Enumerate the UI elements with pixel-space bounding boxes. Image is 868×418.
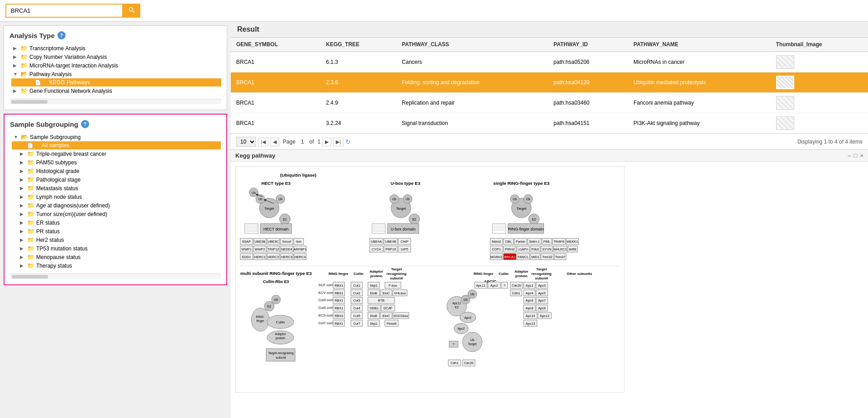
svg-text:Apc12: Apc12 bbox=[540, 314, 549, 318]
sample-subgrouping-help-icon[interactable]: ? bbox=[81, 120, 89, 128]
svg-text:NEDD4: NEDD4 bbox=[281, 247, 292, 251]
tree-item-cnv[interactable]: ▶ 📁 Copy Number Variation Analysis bbox=[11, 53, 221, 61]
svg-text:MEKK1: MEKK1 bbox=[567, 240, 578, 244]
svg-rect-67 bbox=[372, 224, 386, 234]
svg-text:protein: protein bbox=[370, 274, 382, 278]
col-pathway-id[interactable]: PATHWAY_ID bbox=[548, 38, 628, 52]
kegg-close-button[interactable]: × bbox=[860, 152, 863, 159]
last-page-button[interactable]: ▶| bbox=[333, 138, 343, 146]
kegg-body[interactable]: (Ubiquitin ligase) HECT type E3 U-box ty… bbox=[231, 162, 868, 418]
svg-text:Trim32: Trim32 bbox=[542, 255, 553, 259]
svg-text:Parkin: Parkin bbox=[516, 240, 525, 244]
expand-arrow: ▶ bbox=[20, 177, 25, 182]
left-panel: Analysis Type ? ▶ 📁 Transcriptome Analys… bbox=[0, 22, 231, 418]
expand-arrow: ▶ bbox=[20, 229, 25, 234]
folder-icon: 📁 bbox=[27, 202, 34, 209]
table-row[interactable]: BRCA1 3.2.24 Signal transduction path:hs… bbox=[231, 113, 868, 134]
folder-icon: 📁 bbox=[27, 262, 34, 269]
search-icon bbox=[129, 7, 135, 13]
kegg-maximize-button[interactable]: □ bbox=[854, 152, 858, 159]
tree-item-her2[interactable]: ▶ 📁 Her2 status bbox=[12, 235, 221, 244]
svg-text:Target: Target bbox=[391, 267, 402, 271]
search-button[interactable] bbox=[123, 4, 140, 18]
tree-item-transcriptome[interactable]: ▶ 📁 Transcriptome Analysis bbox=[11, 44, 221, 53]
svg-text:Cul5: Cul5 bbox=[353, 314, 360, 318]
tree-label: Gene Functional Network Analysis bbox=[29, 88, 112, 94]
kegg-minimize-button[interactable]: – bbox=[848, 152, 851, 159]
cell-gene: BRCA1 bbox=[231, 113, 320, 134]
svg-text:Apc11: Apc11 bbox=[452, 302, 461, 305]
svg-text:Smurf: Smurf bbox=[282, 240, 292, 244]
svg-text:Ub: Ub bbox=[252, 191, 256, 194]
tree-item-pathway[interactable]: ▼ 📂 Pathway Analysis bbox=[11, 70, 221, 78]
col-pathway-class[interactable]: PATHWAY_CLASS bbox=[396, 38, 548, 52]
cell-name: PI3K-Akt signaling pathway bbox=[628, 113, 771, 134]
svg-line-1 bbox=[133, 11, 135, 13]
table-row-selected[interactable]: BRCA1 2.3.6 Folding, sorting and degrada… bbox=[231, 72, 868, 93]
tree-item-tumor[interactable]: ▶ 📁 Tumor size(cm)(user defined) bbox=[12, 210, 221, 218]
kegg-controls: – □ × bbox=[848, 152, 863, 159]
refresh-button[interactable]: ↻ bbox=[345, 138, 351, 145]
per-page-select[interactable]: 10 25 50 bbox=[236, 137, 256, 147]
expand-arrow: ▶ bbox=[13, 63, 19, 68]
next-page-button[interactable]: ▶ bbox=[322, 138, 331, 146]
folder-icon: 📁 bbox=[27, 211, 34, 217]
svg-text:HERC2: HERC2 bbox=[267, 255, 279, 259]
expand-arrow: ▶ bbox=[13, 54, 19, 59]
first-page-button[interactable]: |◀ bbox=[258, 138, 268, 146]
col-thumbnail-image[interactable]: Thumbnail_Image bbox=[771, 38, 868, 52]
svg-text:Cdh1: Cdh1 bbox=[450, 361, 458, 365]
tree-item-tp53[interactable]: ▶ 📁 TP53 mutation status bbox=[12, 244, 221, 253]
tree-item-pathological[interactable]: ▶ 📁 Pathological stage bbox=[12, 175, 221, 184]
tree-item-pr[interactable]: ▶ 📁 PR status bbox=[12, 227, 221, 235]
svg-text:Target: Target bbox=[536, 267, 547, 271]
cell-id: path:hsa05206 bbox=[548, 52, 628, 72]
svg-text:Ub: Ub bbox=[258, 197, 262, 201]
tree-item-histological[interactable]: ▶ 📁 Histological grade bbox=[12, 167, 221, 175]
table-row[interactable]: BRCA1 6.1.3 Cancers path:hsa05206 MicroR… bbox=[231, 52, 868, 72]
tree-item-gfn[interactable]: ▶ 📁 Gene Functional Network Analysis bbox=[11, 86, 221, 95]
tree-label: Metastasis status bbox=[36, 185, 78, 192]
svg-text:Cdc20: Cdc20 bbox=[512, 283, 521, 288]
page-label: Page bbox=[283, 139, 296, 145]
tree-item-kegg[interactable]: 📄 ☑ KEGG Pathways bbox=[11, 78, 221, 86]
tree-item-er[interactable]: ▶ 📁 ER status bbox=[12, 218, 221, 227]
cell-id: path:hsa03460 bbox=[548, 93, 628, 113]
svg-text:HERC1: HERC1 bbox=[254, 255, 266, 259]
search-input[interactable] bbox=[5, 4, 123, 18]
svg-text:RING-: RING- bbox=[256, 315, 265, 318]
cell-thumbnail bbox=[771, 52, 868, 72]
svg-text:Apc3: Apc3 bbox=[538, 283, 546, 288]
tree-item-age[interactable]: ▶ 📁 Age at diagnosis(user defined) bbox=[12, 201, 221, 210]
tree-item-triple[interactable]: ▶ 📁 Triple-negative breast cancer bbox=[12, 149, 221, 158]
svg-text:single RING-finger type E3: single RING-finger type E3 bbox=[493, 181, 550, 186]
folder-icon: 📁 bbox=[27, 168, 34, 174]
svg-text:Ub: Ub bbox=[513, 197, 517, 201]
analysis-type-title: Analysis Type ? bbox=[10, 31, 221, 39]
svg-text:Ub: Ub bbox=[470, 338, 474, 341]
sample-subgrouping-box: Sample Subgrouping ? ▼ 📂 Sample Subgroup… bbox=[4, 114, 227, 285]
tree-item-all-samples[interactable]: 📄 ☑ All samples bbox=[12, 141, 221, 149]
tree-item-subgrouping-root[interactable]: ▼ 📂 Sample Subgrouping bbox=[12, 133, 221, 141]
tree-item-lymph[interactable]: ▶ 📁 Lymph node status bbox=[12, 192, 221, 201]
of-label: of bbox=[310, 139, 314, 145]
main-layout: Analysis Type ? ▶ 📁 Transcriptome Analys… bbox=[0, 22, 868, 418]
folder-icon: 📁 bbox=[27, 228, 34, 235]
col-kegg-tree[interactable]: KEGG_TREE bbox=[320, 38, 396, 52]
col-pathway-name[interactable]: PATHWAY_NAME bbox=[628, 38, 771, 52]
prev-page-button[interactable]: ◀ bbox=[270, 138, 279, 146]
tree-item-metastasis[interactable]: ▶ 📁 Metastasis status bbox=[12, 184, 221, 192]
svg-rect-157 bbox=[266, 349, 295, 361]
analysis-type-help-icon[interactable]: ? bbox=[57, 31, 66, 39]
svg-text:EloB: EloB bbox=[370, 314, 377, 318]
col-gene-symbol[interactable]: GENE_SYMBOL bbox=[231, 38, 320, 52]
tree-item-therapy[interactable]: ▶ 📁 Therapy status bbox=[12, 261, 221, 270]
svg-text:Ub: Ub bbox=[278, 197, 282, 201]
table-row[interactable]: BRCA1 2.4.9 Replication and repair path:… bbox=[231, 93, 868, 113]
tree-item-pam50[interactable]: ▶ 📁 PAM50 subtypes bbox=[12, 158, 221, 167]
svg-text:RBX1: RBX1 bbox=[334, 322, 343, 326]
folder-icon: 📁 bbox=[27, 245, 34, 252]
tree-item-menopause[interactable]: ▶ 📁 Menopause status bbox=[12, 253, 221, 261]
svg-text:Apc10: Apc10 bbox=[525, 314, 535, 318]
tree-item-mirna[interactable]: ▶ 📁 MicroRNA-target Interaction Analysis bbox=[11, 61, 221, 70]
